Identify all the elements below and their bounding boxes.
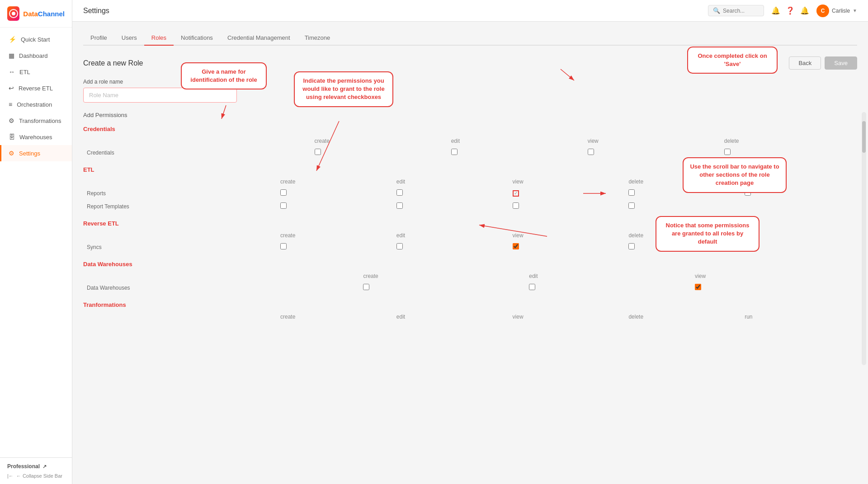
collapse-icon: |← (7, 473, 14, 479)
edit-checkbox-cell (448, 146, 584, 159)
scrollbar[interactable] (862, 112, 866, 365)
data-warehouses-section-header: Data Warehouses (83, 261, 857, 268)
view-checkbox-cell: ✓ (509, 187, 625, 200)
reverse-etl-icon: ↩ (9, 85, 14, 92)
sidebar-item-label: Transformations (19, 117, 61, 124)
reports-run-checkbox[interactable] (745, 189, 751, 196)
report-templates-view-checkbox[interactable] (513, 202, 519, 209)
report-templates-edit-checkbox[interactable] (396, 202, 403, 209)
col-header-delete: delete (625, 312, 741, 322)
sidebar-item-warehouses[interactable]: 🗄 Warehouses (0, 129, 72, 145)
help-icon[interactable]: ❓ (786, 6, 795, 15)
dw-create-checkbox[interactable] (363, 284, 369, 290)
data-warehouses-permissions-table: create edit view Data Warehouses (83, 271, 857, 294)
sidebar-item-settings[interactable]: ⚙ Settings (0, 145, 72, 161)
role-name-input[interactable] (83, 88, 237, 103)
view-checkbox-cell (691, 281, 857, 294)
orchestration-icon: ≡ (9, 101, 12, 108)
tab-profile[interactable]: Profile (83, 31, 114, 46)
syncs-delete-checkbox[interactable] (628, 243, 635, 249)
col-header-name (83, 312, 277, 322)
reverse-etl-permissions-table: create edit view delete run Syncs (83, 230, 857, 254)
report-templates-delete-checkbox[interactable] (628, 202, 635, 209)
etl-section-header: ETL (83, 166, 857, 173)
search-input[interactable] (723, 8, 759, 14)
create-checkbox-cell (311, 146, 448, 159)
credentials-edit-checkbox[interactable] (451, 149, 458, 155)
report-templates-create-checkbox[interactable] (280, 202, 287, 209)
col-header-delete: delete (625, 177, 741, 187)
avatar: C (816, 5, 829, 17)
syncs-edit-checkbox[interactable] (396, 243, 403, 249)
tab-credential-management[interactable]: Credential Management (220, 31, 297, 46)
tab-roles[interactable]: Roles (144, 31, 174, 46)
sidebar-item-reverse-etl[interactable]: ↩ Reverse ETL (0, 80, 72, 96)
delete-checkbox-cell (721, 146, 857, 159)
logo-icon (7, 6, 19, 21)
reports-create-checkbox[interactable] (280, 189, 287, 196)
sidebar-item-quick-start[interactable]: ⚡ Quick Start (0, 31, 72, 47)
create-checkbox-cell (277, 240, 393, 254)
user-dropdown[interactable]: C Carlisle ▼ (816, 5, 857, 17)
tabs-navigation: Profile Users Roles Notifications Creden… (83, 31, 857, 46)
logo-text: DataChannel (23, 10, 65, 18)
table-row: Report Templates (83, 200, 857, 213)
credentials-delete-checkbox[interactable] (724, 149, 731, 155)
reports-delete-checkbox[interactable] (628, 189, 635, 196)
col-header-name (83, 230, 277, 240)
professional-badge: Professional ↗ (7, 463, 65, 470)
col-header-create: create (277, 177, 393, 187)
reverse-etl-section-header: Reverse ETL (83, 220, 857, 227)
col-header-delete: delete (625, 230, 741, 240)
bell-icon[interactable]: 🔔 (771, 6, 780, 15)
col-header-delete: delete (721, 136, 857, 146)
row-label: Credentials (83, 146, 311, 159)
col-header-create: create (359, 271, 525, 281)
svg-point-1 (12, 12, 15, 15)
col-header-run: run (741, 177, 857, 187)
notification-icon[interactable]: 🔔 (800, 6, 809, 15)
col-header-edit: edit (393, 230, 509, 240)
col-header-view: view (691, 271, 857, 281)
col-header-edit: edit (393, 312, 509, 322)
sidebar-item-transformations[interactable]: ⚙ Transformations (0, 113, 72, 129)
role-name-label: Add a role name (83, 79, 857, 85)
back-button[interactable]: Back (789, 56, 821, 70)
view-checkbox-cell (509, 240, 625, 254)
chevron-down-icon: ▼ (853, 8, 857, 13)
col-header-view: view (509, 230, 625, 240)
syncs-view-checkbox[interactable] (513, 243, 519, 249)
credentials-view-checkbox[interactable] (588, 149, 594, 155)
main-content: Settings 🔍 🔔 ❓ 🔔 C Carlisle ▼ Pro (72, 0, 868, 484)
tab-users[interactable]: Users (114, 31, 144, 46)
delete-checkbox-cell (625, 200, 741, 213)
syncs-create-checkbox[interactable] (280, 243, 287, 249)
scrollbar-thumb[interactable] (862, 121, 866, 153)
sidebar-item-orchestration[interactable]: ≡ Orchestration (0, 96, 72, 113)
view-checkbox-cell (584, 146, 721, 159)
collapse-sidebar-button[interactable]: |← ← Collapse Side Bar (7, 473, 65, 479)
sidebar-item-dashboard[interactable]: ▦ Dashboard (0, 47, 72, 64)
col-header-name (83, 271, 359, 281)
search-bar[interactable]: 🔍 (708, 5, 764, 16)
tab-notifications[interactable]: Notifications (174, 31, 220, 46)
syncs-run-checkbox[interactable] (745, 243, 751, 249)
save-button[interactable]: Save (825, 56, 857, 70)
transformations-icon: ⚙ (9, 117, 14, 124)
sidebar-item-etl[interactable]: ↔ ETL (0, 64, 72, 80)
dw-edit-checkbox[interactable] (529, 284, 535, 290)
sidebar-item-label: Orchestration (17, 101, 52, 108)
tab-timezone[interactable]: Timezone (297, 31, 338, 46)
sidebar-item-label: Quick Start (21, 36, 50, 43)
collapse-label: ← Collapse Side Bar (16, 473, 62, 479)
col-header-create: create (277, 230, 393, 240)
col-header-view: view (584, 136, 721, 146)
reports-edit-checkbox[interactable] (396, 189, 403, 196)
dw-view-checkbox[interactable] (695, 284, 701, 290)
transformations-section-header: Tranformations (83, 301, 857, 308)
credentials-create-checkbox[interactable] (315, 149, 321, 155)
col-header-view: view (509, 312, 625, 322)
edit-checkbox-cell (393, 187, 509, 200)
sidebar: DataChannel ⚡ Quick Start ▦ Dashboard ↔ … (0, 0, 72, 484)
button-group: Back Save (789, 56, 857, 70)
